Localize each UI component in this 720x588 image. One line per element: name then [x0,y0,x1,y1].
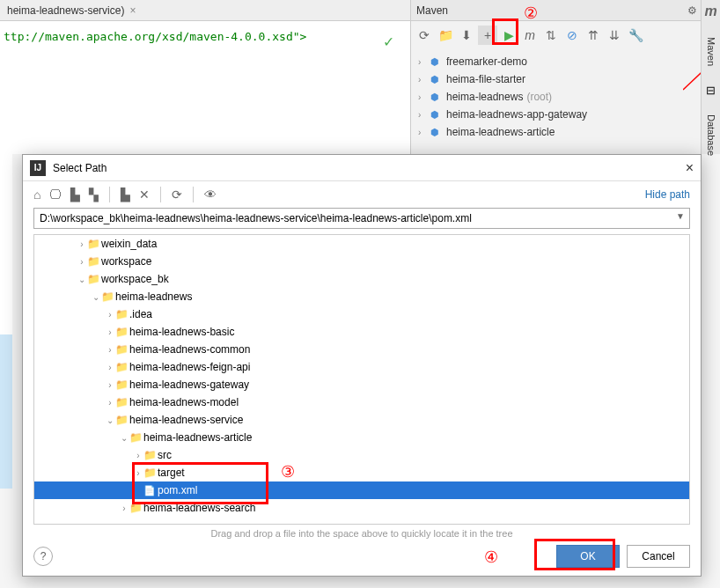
highlight-box-pom [132,462,268,504]
maven-panel: Maven ⚙ — ② ⟳ 📁 ⬇ + ▶ m ⇅ ⊘ ⇈ ⇊ 🔧 ① ›⬢fr… [410,0,720,154]
tree-row[interactable]: ›📁heima-leadnews-gateway [34,376,689,393]
path-input[interactable] [33,208,690,229]
right-sidebar: m Maven ⊟ Database [701,0,720,154]
delete-icon[interactable]: ✕ [139,187,150,202]
new-folder-icon[interactable]: ▙ [121,187,130,202]
tree-row[interactable]: ›📁heima-leadnews-common [34,341,689,358]
wrench-icon[interactable]: 🔧 [626,26,645,45]
database-sidebar-label[interactable]: Database [706,114,716,156]
tree-row[interactable]: ›📁.idea [34,305,689,323]
expand-icon[interactable]: ⇊ [605,26,624,45]
tree-row[interactable]: ›📁src [34,446,689,464]
close-icon[interactable]: × [686,160,694,176]
tree-row[interactable]: ›📁heima-leadnews-model [34,393,689,411]
maven-tree-item[interactable]: ›⬢heima-leadnews-article [411,123,720,141]
select-path-dialog: IJ Select Path × ⌂ 🖵 ▙ ▚ ▙ ✕ ⟳ 👁 Hide pa… [22,154,702,577]
maven-toolbar: ② ⟳ 📁 ⬇ + ▶ m ⇅ ⊘ ⇈ ⇊ 🔧 [411,21,720,49]
desktop-icon[interactable]: 🖵 [49,187,62,202]
help-icon[interactable]: ? [33,547,53,566]
maven-tree-item[interactable]: ›⬢freemarker-demo [411,53,720,70]
dialog-title-text: Select Path [53,162,107,174]
project-icon[interactable]: ▙ [70,187,80,202]
tree-row[interactable]: ›📁heima-leadnews-feign-api [34,358,689,376]
annotation-4: ④ [484,548,498,567]
hide-path-link[interactable]: Hide path [645,188,690,201]
tab-name: heima-leadnews-service) [7,4,124,17]
maven-tree-item[interactable]: ›⬢heima-leadnews-app-gateway [411,106,720,123]
maven-tree-item[interactable]: ›⬢heima-file-starter [411,70,720,88]
show-hidden-icon[interactable]: 👁 [204,187,217,202]
download-icon[interactable]: ⬇ [457,26,476,45]
tree-row[interactable]: ›📁weixin_data [34,235,689,253]
maven-tree-item[interactable]: ›⬢heima-leadnews (root) [411,88,720,106]
module-icon[interactable]: ▚ [89,187,99,202]
check-icon: ✓ [383,33,394,50]
tab-close-icon[interactable]: × [129,4,136,17]
refresh-icon[interactable]: ⟳ [172,187,182,202]
database-sidebar-icon[interactable]: ⊟ [706,84,716,97]
editor-tab[interactable]: heima-leadnews-service) × [0,0,410,21]
annotation-2: ② [524,4,538,23]
file-tree[interactable]: ③ ›📁weixin_data›📁workspace⌄📁workspace_bk… [33,234,690,525]
tree-row[interactable]: ⌄📁heima-leadnews-service [34,411,689,429]
maven-sidebar-icon[interactable]: m [704,4,716,19]
gear-icon[interactable]: ⚙ [687,4,697,17]
highlight-box-ok [534,539,615,570]
folder-icon[interactable]: 📁 [436,26,455,45]
tree-row[interactable]: ⌄📁heima-leadnews-article [34,429,689,446]
tree-row[interactable]: ⌄📁workspace_bk [34,270,689,288]
annotation-3: ③ [281,462,295,481]
home-icon[interactable]: ⌂ [33,187,40,202]
cancel-button[interactable]: Cancel [627,545,690,568]
maven-title: Maven [416,4,448,17]
toggle-icon[interactable]: ⇅ [541,26,561,45]
code-text: ttp://maven.apache.org/xsd/maven-4.0.0.x… [0,21,410,52]
refresh-icon[interactable]: ⟳ [415,26,434,45]
chevron-down-icon[interactable]: ▼ [676,211,685,221]
skip-icon[interactable]: ⊘ [562,26,582,45]
tree-row[interactable]: ›📁workspace [34,253,689,270]
intellij-icon: IJ [30,160,46,176]
maven-sidebar-label[interactable]: Maven [706,37,716,66]
m-icon[interactable]: m [520,26,540,45]
tree-row[interactable]: ›📁heima-leadnews-basic [34,323,689,341]
tree-row[interactable]: ⌄📁heima-leadnews [34,288,689,305]
highlight-box-plus [492,18,518,45]
collapse-icon[interactable]: ⇈ [584,26,603,45]
